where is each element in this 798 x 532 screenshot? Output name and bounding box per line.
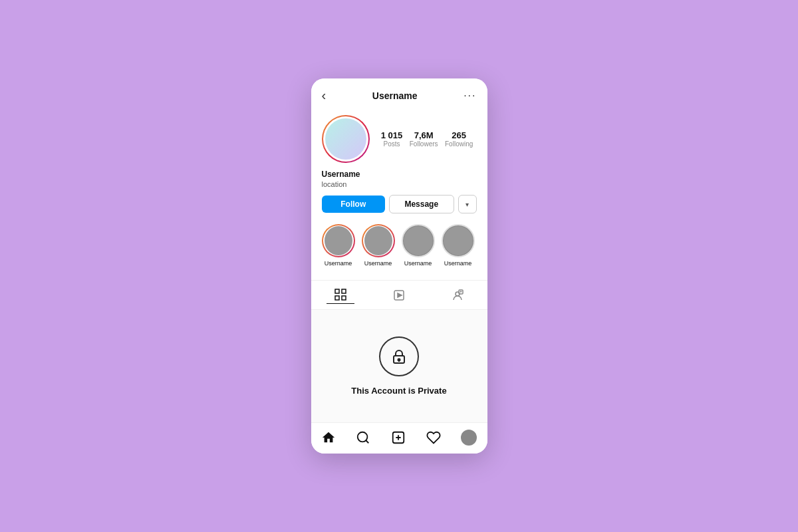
home-nav-item[interactable] bbox=[321, 430, 336, 445]
follow-button[interactable]: Follow bbox=[322, 196, 386, 213]
highlight-avatar bbox=[322, 224, 355, 257]
highlight-item[interactable]: Username bbox=[322, 224, 355, 267]
lock-icon bbox=[390, 347, 408, 366]
svg-marker-5 bbox=[398, 293, 402, 297]
following-label: Following bbox=[445, 140, 473, 148]
heart-nav-item[interactable] bbox=[426, 430, 441, 445]
tab-grid[interactable] bbox=[327, 286, 354, 304]
highlight-item[interactable]: Username bbox=[442, 224, 475, 267]
highlight-item[interactable]: Username bbox=[402, 224, 435, 267]
highlight-label: Username bbox=[325, 260, 352, 267]
highlight-label: Username bbox=[444, 260, 472, 267]
svg-point-11 bbox=[358, 432, 368, 442]
tab-reels[interactable] bbox=[385, 286, 413, 304]
svg-rect-0 bbox=[335, 289, 339, 293]
profile-section: 1 015 Posts 7,6M Followers 265 Following… bbox=[311, 108, 487, 280]
message-button[interactable]: Message bbox=[389, 195, 454, 213]
add-nav-item[interactable] bbox=[391, 430, 406, 445]
content-tabs bbox=[311, 281, 487, 310]
highlight-item[interactable]: Username bbox=[362, 224, 395, 267]
profile-location: location bbox=[322, 180, 477, 188]
stats-row: 1 015 Posts 7,6M Followers 265 Following bbox=[378, 130, 477, 148]
header: ‹ Username ··· bbox=[311, 78, 487, 108]
svg-rect-1 bbox=[342, 289, 346, 293]
action-buttons: Follow Message ▾ bbox=[322, 195, 477, 213]
highlight-label: Username bbox=[364, 260, 392, 267]
lock-circle bbox=[379, 336, 419, 376]
header-username: Username bbox=[372, 90, 418, 101]
profile-avatar bbox=[461, 430, 477, 446]
profile-top: 1 015 Posts 7,6M Followers 265 Following bbox=[322, 115, 477, 163]
followers-label: Followers bbox=[410, 140, 438, 148]
posts-count: 1 015 bbox=[381, 130, 403, 140]
tab-tagged[interactable] bbox=[444, 286, 471, 304]
highlight-avatar bbox=[362, 224, 395, 257]
following-count: 265 bbox=[452, 130, 466, 140]
stat-following: 265 Following bbox=[445, 130, 473, 148]
private-text: This Account is Private bbox=[351, 386, 446, 396]
private-content-area: This Account is Private bbox=[311, 310, 487, 422]
highlight-label: Username bbox=[404, 260, 432, 267]
bottom-navigation bbox=[311, 422, 487, 454]
svg-rect-3 bbox=[342, 296, 346, 300]
dropdown-button[interactable]: ▾ bbox=[458, 195, 477, 213]
back-button[interactable]: ‹ bbox=[322, 88, 327, 103]
stat-posts: 1 015 Posts bbox=[381, 130, 403, 148]
highlight-avatar bbox=[402, 224, 435, 257]
followers-count: 7,6M bbox=[414, 130, 434, 140]
more-options-button[interactable]: ··· bbox=[464, 90, 476, 102]
profile-nav-item[interactable] bbox=[461, 430, 477, 446]
stat-followers: 7,6M Followers bbox=[410, 130, 438, 148]
posts-label: Posts bbox=[384, 140, 400, 148]
profile-name: Username bbox=[322, 170, 477, 179]
highlight-avatar bbox=[442, 224, 475, 257]
avatar bbox=[322, 115, 370, 163]
profile-bio: Username location bbox=[322, 170, 477, 188]
phone-frame: ‹ Username ··· 1 015 Posts 7,6M Follower… bbox=[311, 78, 487, 454]
search-nav-item[interactable] bbox=[356, 430, 370, 445]
highlights-row: Username Username Username Username bbox=[322, 221, 477, 272]
svg-rect-2 bbox=[335, 296, 339, 300]
